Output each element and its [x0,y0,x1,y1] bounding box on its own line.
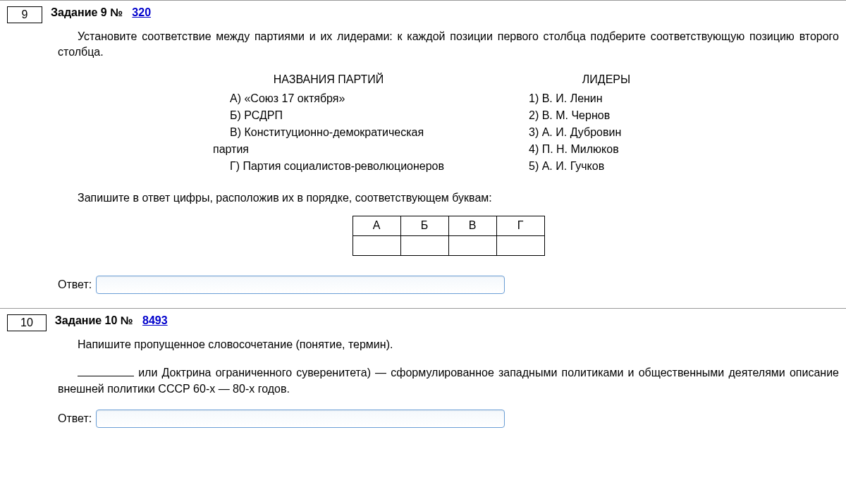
task-content: Напишите пропущенное словосочетание (пон… [58,337,839,428]
task-id-link[interactable]: 320 [132,6,151,18]
left-item: Б) РСДРП [213,107,444,124]
right-item: 5) А. И. Гучков [529,158,684,175]
right-item: 1) В. И. Ленин [529,90,684,107]
answer-label: Ответ: [58,278,92,291]
table-cell: Б [400,216,448,235]
answer-letter-table: А Б В Г [352,216,545,256]
right-item: 2) В. М. Чернов [529,107,684,124]
task-title-prefix: Задание 10 № [55,314,133,326]
left-column-items: A) «Союз 17 октября» Б) РСДРП B) Констит… [213,90,444,175]
right-item: 4) П. Н. Милюков [529,141,684,158]
blank-fill [78,376,134,376]
table-cell [400,235,448,255]
task-header: 10 Задание 10 № 8493 [7,314,839,331]
table-cell: А [352,216,400,235]
answer-input[interactable] [96,410,505,428]
task-block: 9 Задание 9 № 320 Установите соответстви… [0,0,846,308]
table-header-row: А Б В Г [352,216,544,235]
table-cell [448,235,496,255]
answer-label: Ответ: [58,412,92,425]
table-cell: Г [496,216,544,235]
right-item: 3) А. И. Дубровин [529,124,684,141]
task-id-link[interactable]: 8493 [142,314,168,326]
right-column: ЛИДЕРЫ 1) В. И. Ленин 2) В. М. Чернов 3)… [529,73,684,175]
table-cell: В [448,216,496,235]
task-intro-text: Установите соответствие между партиями и… [58,29,839,61]
right-column-header: ЛИДЕРЫ [529,73,684,86]
task-body-after: или Доктрина ограниченного суверенитета)… [58,367,839,394]
answer-row: Ответ: [58,410,839,428]
task-block: 10 Задание 10 № 8493 Напишите пропущенно… [0,308,846,442]
answer-instruction: Запишите в ответ цифры, расположив их в … [58,192,839,204]
task-intro-text: Напишите пропущенное словосочетание (пон… [58,337,839,352]
left-item: B) Конституционно-демократическаяпартия [213,124,444,158]
answer-input[interactable] [96,276,505,294]
left-item: A) «Союз 17 октября» [213,90,444,107]
left-column-header: НАЗВАНИЯ ПАРТИЙ [213,73,444,86]
task-body-text: или Доктрина ограниченного суверенитета)… [58,365,839,397]
table-cell [352,235,400,255]
match-columns: НАЗВАНИЯ ПАРТИЙ A) «Союз 17 октября» Б) … [58,73,839,175]
answer-row: Ответ: [58,276,839,294]
right-column-items: 1) В. И. Ленин 2) В. М. Чернов 3) А. И. … [529,90,684,175]
task-header: 9 Задание 9 № 320 [7,6,839,23]
task-title-prefix: Задание 9 № [51,6,123,18]
left-item: Г) Партия социалистов-революционеров [213,158,444,175]
task-content: Установите соответствие между партиями и… [58,29,839,294]
table-empty-row [352,235,544,255]
left-column: НАЗВАНИЯ ПАРТИЙ A) «Союз 17 октября» Б) … [213,73,444,175]
task-number-box: 9 [7,6,42,23]
task-number-box: 10 [7,314,47,331]
table-cell [496,235,544,255]
